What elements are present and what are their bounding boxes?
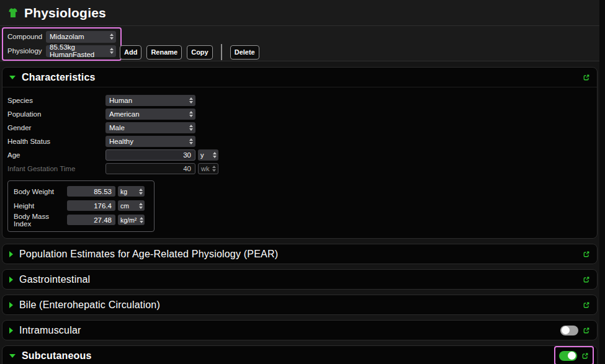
sections-list: Characteristics Species Human — [0, 61, 605, 364]
delete-button[interactable]: Delete — [230, 45, 259, 60]
body-weight-input[interactable]: 85.53 — [67, 186, 115, 197]
add-button[interactable]: Add — [120, 45, 141, 60]
stepper-icon — [210, 152, 217, 158]
section-title: Population Estimates for Age-Related Phy… — [19, 249, 278, 260]
health-status-row: Health Status Healthy — [7, 135, 597, 148]
section-characteristics-header[interactable]: Characteristics — [2, 68, 597, 87]
stepper-icon — [107, 48, 114, 54]
subcutaneous-toggle-highlight-box — [554, 346, 594, 364]
open-external-icon[interactable] — [583, 276, 590, 283]
population-select-value: American — [109, 110, 140, 118]
height-row: Height 176.4 cm — [14, 198, 150, 213]
section-subcutaneous: Subcutaneous — [2, 345, 598, 364]
body-weight-unit-select[interactable]: kg — [118, 186, 145, 197]
bmi-input[interactable]: 27.48 — [67, 215, 115, 225]
physiology-select[interactable]: 85.53kg HumanFasted — [46, 45, 116, 57]
health-status-select-value: Healthy — [109, 138, 133, 145]
section-subcutaneous-header[interactable]: Subcutaneous — [2, 346, 597, 364]
body-weight-label: Body Weight — [14, 188, 67, 195]
intramuscular-toggle[interactable] — [560, 326, 578, 335]
section-gastrointestinal-header[interactable]: Gastrointestinal — [2, 270, 597, 289]
height-label: Height — [14, 202, 67, 210]
section-intramuscular-header[interactable]: Intramuscular — [2, 321, 597, 340]
toolbar-buttons: Add Rename Copy Delete — [120, 44, 259, 60]
population-select[interactable]: American — [105, 109, 195, 120]
species-select[interactable]: Human — [105, 95, 195, 106]
age-label: Age — [7, 151, 105, 159]
section-pear-header[interactable]: Population Estimates for Age-Related Phy… — [2, 244, 597, 264]
physiology-body-icon — [7, 7, 19, 19]
expand-caret-icon[interactable] — [9, 277, 13, 283]
section-intramuscular: Intramuscular — [2, 320, 598, 340]
gender-select[interactable]: Male — [105, 122, 195, 133]
section-characteristics: Characteristics Species Human — [2, 67, 598, 239]
height-input[interactable]: 176.4 — [67, 200, 115, 211]
section-bile: Bile (Enterohepatic Circulation) — [2, 295, 598, 315]
expand-caret-icon[interactable] — [9, 251, 13, 257]
copy-button[interactable]: Copy — [187, 45, 213, 60]
stepper-icon — [186, 138, 193, 144]
collapse-caret-icon[interactable] — [9, 354, 16, 358]
button-group-divider — [221, 44, 222, 60]
stepper-icon — [186, 125, 193, 131]
subcutaneous-toggle[interactable] — [559, 351, 577, 361]
stepper-icon — [136, 189, 143, 195]
physiology-row: Physiology 85.53kg HumanFasted — [7, 45, 116, 56]
stepper-icon — [137, 217, 143, 223]
population-row: Population American — [7, 107, 597, 121]
compound-physiology-highlight-box: Compound Midazolam Physiology 85.53kg Hu… — [2, 27, 122, 61]
page-title: Physiologies — [24, 6, 106, 20]
section-title: Subcutaneous — [22, 350, 92, 362]
open-external-icon[interactable] — [581, 352, 589, 360]
physiologies-page: Physiologies Compound Midazolam Physiolo… — [0, 0, 605, 364]
physiology-select-value: 85.53kg HumanFasted — [50, 43, 107, 58]
section-title: Bile (Enterohepatic Circulation) — [19, 300, 160, 311]
bmi-row: Body Mass Index 27.48 kg/m² — [14, 213, 150, 227]
section-gastrointestinal: Gastrointestinal — [2, 269, 598, 290]
species-row: Species Human — [7, 94, 597, 107]
height-unit-value: cm — [120, 202, 129, 210]
compound-label: Compound — [7, 33, 46, 40]
age-unit-value: y — [200, 151, 204, 159]
section-title: Intramuscular — [19, 325, 81, 336]
stepper-icon — [209, 166, 216, 172]
bmi-unit-select[interactable]: kg/m² — [118, 215, 145, 225]
expand-caret-icon[interactable] — [9, 302, 13, 308]
stepper-icon — [186, 111, 193, 117]
compound-row: Compound Midazolam — [7, 31, 116, 42]
open-external-icon[interactable] — [583, 251, 590, 258]
window-right-edge — [599, 0, 605, 364]
compound-select-value: Midazolam — [50, 33, 84, 40]
open-external-icon[interactable] — [583, 301, 590, 309]
body-weight-unit-value: kg — [120, 188, 127, 195]
age-unit-select[interactable]: y — [198, 149, 218, 161]
age-row: Age 30 y — [7, 148, 597, 162]
gender-row: Gender Male — [7, 121, 597, 135]
gestation-unit-select: wk — [198, 163, 218, 174]
gestation-unit-value: wk — [201, 165, 209, 172]
section-title: Characteristics — [22, 72, 96, 83]
collapse-caret-icon[interactable] — [9, 76, 16, 79]
gender-select-value: Male — [109, 124, 125, 131]
open-external-icon[interactable] — [583, 327, 590, 334]
gestation-time-input: 40 — [105, 163, 195, 174]
bmi-label: Body Mass Index — [14, 213, 67, 228]
species-select-value: Human — [109, 97, 132, 104]
expand-caret-icon[interactable] — [9, 327, 13, 334]
gender-label: Gender — [7, 124, 105, 131]
section-title: Gastrointestinal — [19, 274, 90, 285]
compound-select[interactable]: Midazolam — [46, 31, 116, 43]
age-input[interactable]: 30 — [105, 149, 195, 161]
section-bile-header[interactable]: Bile (Enterohepatic Circulation) — [2, 295, 597, 314]
health-status-select[interactable]: Healthy — [105, 136, 195, 147]
body-weight-row: Body Weight 85.53 kg — [14, 184, 150, 198]
characteristics-form: Species Human Population American Gender — [2, 87, 597, 238]
stepper-icon — [107, 33, 114, 40]
height-unit-select[interactable]: cm — [118, 200, 145, 211]
stepper-icon — [136, 203, 143, 209]
rename-button[interactable]: Rename — [146, 45, 182, 60]
gestation-time-row: Infant Gestation Time 40 wk — [7, 162, 597, 175]
toolbar: Compound Midazolam Physiology 85.53kg Hu… — [0, 26, 605, 61]
open-external-icon[interactable] — [583, 74, 590, 81]
stepper-icon — [186, 97, 193, 104]
